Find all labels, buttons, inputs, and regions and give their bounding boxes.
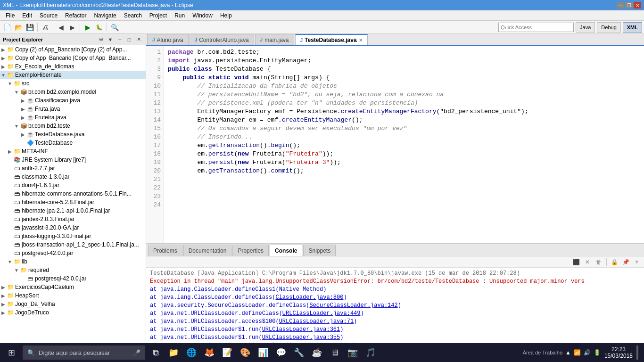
console-link-3[interactable]: SecureClassLoader.java:142	[309, 302, 397, 309]
pe-tree[interactable]: ▶ 📁 Copy (2) of App_Bancario [Copy (2) o…	[0, 45, 146, 352]
console-scroll-lock[interactable]: 🔒	[609, 257, 619, 267]
bottom-tab-console[interactable]: Console	[270, 245, 302, 256]
tree-item-21[interactable]: 🗃 javassist-3.20.0-GA.jar	[0, 223, 146, 232]
bottom-tab-problems[interactable]: Problems	[148, 245, 182, 256]
open-button[interactable]: 📂	[13, 22, 24, 33]
editor-tab-0[interactable]: J Aluno.java	[147, 34, 189, 45]
tree-item-14[interactable]: 🗃 antlr-2.7.7.jar	[0, 164, 146, 173]
taskbar-task-view[interactable]: ⧉	[147, 344, 164, 361]
console-link-7[interactable]: URLClassLoader.java:355	[262, 334, 340, 341]
taskbar-browser[interactable]: 🌐	[183, 344, 200, 361]
taskbar-icon13[interactable]: 🎵	[362, 344, 379, 361]
menu-search[interactable]: Search	[120, 10, 146, 21]
editor-tab-2[interactable]: J main.java	[255, 34, 294, 45]
show-desktop-button[interactable]	[636, 346, 638, 360]
tree-item-22[interactable]: 🗃 jboss-logging-3.3.0.Final.jar	[0, 232, 146, 240]
tree-item-4[interactable]: ▼ 📁 src	[0, 79, 146, 88]
tree-item-3[interactable]: ▼ 📁 ExemploHibernate	[0, 71, 146, 79]
menu-navigate[interactable]: Navigate	[90, 10, 120, 21]
console-link-2[interactable]: ClassLoader.java:800	[275, 294, 343, 301]
quick-access-input[interactable]	[498, 23, 574, 32]
editor-tab-3[interactable]: J TesteDatabase.java ✕	[295, 34, 368, 45]
tree-item-28[interactable]: ▶ 📁 ExerciciosCap4Caelum	[0, 283, 146, 291]
menu-edit[interactable]: Edit	[18, 10, 36, 21]
tree-item-17[interactable]: 🗃 hibernate-commons-annotations-5.0.1.Fi…	[0, 189, 146, 198]
console-new-button[interactable]: +	[632, 257, 642, 267]
tree-item-11[interactable]: 🔷 TesteDatabase	[0, 139, 146, 147]
pe-minimize-button[interactable]: ─	[116, 35, 124, 44]
console-link-5[interactable]: URLClassLoader.java:71	[279, 318, 354, 325]
menu-project[interactable]: Project	[146, 10, 171, 21]
tree-item-0[interactable]: ▶ 📁 Copy (2) of App_Bancario [Copy (2) o…	[0, 45, 146, 54]
pe-maximize-button[interactable]: □	[125, 35, 133, 44]
start-button[interactable]: ⊞	[2, 344, 21, 361]
tree-item-8[interactable]: ▶ ☕ Fruteira.java	[0, 113, 146, 122]
tree-item-12[interactable]: ▶ 📁 META-INF	[0, 147, 146, 156]
tree-item-10[interactable]: ▶ ☕ TesteDatabase.java	[0, 130, 146, 139]
back-button[interactable]: ◀	[56, 22, 66, 33]
pe-close-button[interactable]: ✕	[134, 35, 143, 44]
pe-collapse-button[interactable]: ⊖	[97, 35, 105, 44]
taskbar-icon12[interactable]: 📷	[344, 344, 361, 361]
tree-item-16[interactable]: 🗃 dom4j-1.6.1.jar	[0, 181, 146, 189]
tree-item-2[interactable]: ▶ 📁 Ex_Escola_de_Idiomas	[0, 62, 146, 71]
minimize-button[interactable]: —	[617, 2, 624, 8]
console-stop-button[interactable]: ⬛	[571, 257, 581, 267]
tree-item-19[interactable]: 🗃 hibernate-jpa-2.1-api-1.0.0.Final.jar	[0, 206, 146, 215]
menu-window[interactable]: Window	[189, 10, 216, 21]
tree-item-30[interactable]: ▶ 📁 Jogo_Da_Velha	[0, 300, 146, 308]
run-button[interactable]: ▶	[83, 22, 93, 33]
perspective-xml[interactable]: XML	[623, 22, 642, 33]
taskbar-word[interactable]: 📝	[219, 344, 236, 361]
tree-item-25[interactable]: ▼ 📁 lib	[0, 257, 146, 266]
console-pin-button[interactable]: 📌	[620, 257, 631, 267]
tree-item-7[interactable]: ▶ ☕ Fruta.java	[0, 105, 146, 113]
taskbar-browser2[interactable]: 🦊	[201, 344, 218, 361]
bottom-tab-properties[interactable]: Properties	[232, 245, 269, 256]
new-button[interactable]: 📄	[2, 22, 12, 33]
editor-tab-1[interactable]: J ControlerAluno.java	[190, 34, 254, 45]
tree-item-20[interactable]: 🗃 jandex-2.0.3.Final.jar	[0, 215, 146, 223]
debug-button[interactable]: 🐛	[94, 22, 104, 33]
tree-item-23[interactable]: 🗃 jboss-transaction-api_1.2_spec-1.0.1.F…	[0, 240, 146, 249]
menu-help[interactable]: Help	[216, 10, 236, 21]
tree-item-26[interactable]: ▼ 📁 required	[0, 266, 146, 274]
console-remove-button[interactable]: ✕	[582, 257, 593, 267]
perspective-debug[interactable]: Debug	[597, 22, 620, 33]
maximize-button[interactable]: ❐	[625, 2, 633, 8]
taskbar-icon6[interactable]: 🎨	[237, 344, 254, 361]
close-button[interactable]: ✕	[634, 2, 641, 8]
taskbar-file-explorer[interactable]: 📁	[165, 344, 182, 361]
tree-item-31[interactable]: ▶ 📁 JogoDeTruco	[0, 308, 146, 317]
pe-menu-button[interactable]: ▼	[106, 35, 115, 44]
console-link-6[interactable]: URLClassLoader.java:361	[262, 326, 340, 333]
taskbar-icon9[interactable]: 🔧	[290, 344, 307, 361]
menu-run[interactable]: Run	[171, 10, 189, 21]
tree-item-29[interactable]: ▶ 📁 HeapSort	[0, 291, 146, 300]
menu-file[interactable]: File	[2, 10, 18, 21]
tree-item-1[interactable]: ▶ 📁 Copy of App_Bancario [Copy of App_Ba…	[0, 54, 146, 62]
tree-item-24[interactable]: 🗃 postgresql-42.0.0.jar	[0, 249, 146, 257]
tray-arrow[interactable]: ▲	[565, 349, 571, 356]
taskbar-icon10[interactable]: ☕	[308, 344, 325, 361]
tree-item-5[interactable]: ▼ 📦 br.com.bd2.exemplo.model	[0, 88, 146, 96]
tree-item-15[interactable]: 🗃 classmate-1.3.0.jar	[0, 173, 146, 181]
search-button[interactable]: 🔍	[109, 22, 120, 33]
code-content[interactable]: package br.com.bd2.teste;import javax.pe…	[164, 46, 644, 243]
bottom-tab-documentation[interactable]: Documentation	[183, 245, 232, 256]
tree-item-13[interactable]: 📚 JRE System Library [jre7]	[0, 156, 146, 164]
taskbar-icon7[interactable]: 📊	[255, 344, 272, 361]
forward-button[interactable]: ▶	[67, 22, 77, 33]
save-button[interactable]: 💾	[25, 22, 35, 33]
tree-item-9[interactable]: ▼ 📦 br.com.bd2.teste	[0, 122, 146, 130]
bottom-tab-snippets[interactable]: Snippets	[303, 245, 336, 256]
menu-source[interactable]: Source	[36, 10, 61, 21]
tree-item-27[interactable]: 🗃 postgresql-42.0.0.jar	[0, 274, 146, 283]
tab-close-3[interactable]: ✕	[359, 38, 363, 43]
print-button[interactable]: 🖨	[40, 22, 50, 33]
perspective-java[interactable]: Java	[576, 22, 595, 33]
tree-item-6[interactable]: ▶ ☕ Classificacao.java	[0, 96, 146, 105]
taskbar-search[interactable]: 🔍 Digite aqui para pesquisar 🎤	[23, 346, 145, 360]
menu-refactor[interactable]: Refactor	[61, 10, 90, 21]
console-clear-button[interactable]: 🗑	[594, 257, 604, 267]
